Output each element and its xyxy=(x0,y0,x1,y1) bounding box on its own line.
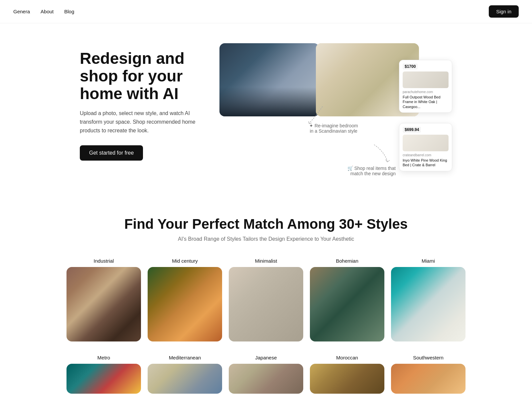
style-label-southwestern: Southwestern xyxy=(391,355,466,360)
shop-arrow xyxy=(367,141,394,165)
style-item-mediterranean[interactable]: Mediterranean xyxy=(148,355,222,394)
product-2-source: crateandbarrel.com xyxy=(403,153,449,157)
hero-section: Redesign and shop for your home with AI … xyxy=(66,23,466,196)
hero-text-block: Redesign and shop for your home with AI … xyxy=(80,43,206,161)
style-label-mediterranean: Mediterranean xyxy=(148,355,222,360)
style-label-metro: Metro xyxy=(66,355,141,360)
styles-subtitle: AI's Broad Range of Styles Tailors the D… xyxy=(13,236,519,242)
style-item-southwestern[interactable]: Southwestern xyxy=(391,355,466,394)
style-label-bohemian: Bohemian xyxy=(310,258,384,264)
product-1-name: Full Outpost Wood Bed Frame in White Oak… xyxy=(403,95,449,109)
product-1-source: parachutehome.com xyxy=(403,90,449,94)
style-img-miami xyxy=(391,267,466,341)
style-img-industrial xyxy=(66,267,141,341)
style-img-minimalist xyxy=(229,267,303,341)
style-img-mediterranean xyxy=(148,364,222,394)
hero-title: Redesign and shop for your home with AI xyxy=(80,50,206,102)
style-label-japanese: Japanese xyxy=(229,355,303,360)
style-item-bohemian[interactable]: Bohemian xyxy=(310,258,384,341)
product-2-thumbnail xyxy=(403,135,449,151)
signin-button[interactable]: Sign in xyxy=(489,5,519,18)
style-item-minimalist[interactable]: Minimalist xyxy=(229,258,303,341)
shop-label: 🛒 Shop real items that match the new des… xyxy=(347,166,396,176)
style-item-midcentury[interactable]: Mid century xyxy=(148,258,222,341)
style-label-midcentury: Mid century xyxy=(148,258,222,264)
style-img-japanese xyxy=(229,364,303,394)
nav-about[interactable]: About xyxy=(41,9,54,14)
reimagine-label: ✦ Re-imagine bedroom in a Scandinavian s… xyxy=(309,123,358,134)
styles-grid-row1: Industrial Mid century Minimalist Bohemi… xyxy=(66,258,466,341)
product-card-2[interactable]: $699.94 crateandbarrel.com Inyo White Pi… xyxy=(399,123,452,171)
product-2-price: $699.94 xyxy=(403,127,421,133)
style-img-moroccan xyxy=(310,364,384,394)
nav-links: Genera About Blog xyxy=(13,9,489,14)
style-img-bohemian xyxy=(310,267,384,341)
style-item-japanese[interactable]: Japanese xyxy=(229,355,303,394)
cart-icon: 🛒 xyxy=(347,166,353,171)
style-label-minimalist: Minimalist xyxy=(229,258,303,264)
get-started-button[interactable]: Get started for free xyxy=(80,145,143,161)
style-item-miami[interactable]: Miami xyxy=(391,258,466,341)
product-1-price: $1700 xyxy=(403,64,418,69)
product-1-thumbnail xyxy=(403,71,449,88)
style-img-midcentury xyxy=(148,267,222,341)
nav-genera[interactable]: Genera xyxy=(13,9,30,14)
hero-subtitle: Upload a photo, select new style, and wa… xyxy=(80,109,206,135)
styles-title: Find Your Perfect Match Among 30+ Styles xyxy=(13,216,519,232)
style-item-moroccan[interactable]: Moroccan xyxy=(310,355,384,394)
product-2-name: Inyo White Pine Wood King Bed | Crate & … xyxy=(403,158,449,168)
styles-grid-row2: Metro Mediterranean Japanese Moroccan So… xyxy=(66,355,466,394)
style-item-industrial[interactable]: Industrial xyxy=(66,258,141,341)
navbar: Genera About Blog Sign in xyxy=(0,0,532,23)
style-img-metro xyxy=(66,364,141,394)
style-label-moroccan: Moroccan xyxy=(310,355,384,360)
nav-blog[interactable]: Blog xyxy=(64,9,74,14)
style-label-industrial: Industrial xyxy=(66,258,141,264)
styles-section: Find Your Perfect Match Among 30+ Styles… xyxy=(0,196,532,399)
style-item-metro[interactable]: Metro xyxy=(66,355,141,394)
style-img-southwestern xyxy=(391,364,466,394)
style-label-miami: Miami xyxy=(391,258,466,264)
hero-images: ✦ Re-imagine bedroom in a Scandinavian s… xyxy=(219,43,452,183)
product-card-1[interactable]: $1700 parachutehome.com Full Outpost Woo… xyxy=(399,60,452,113)
sparkle-icon: ✦ xyxy=(309,123,313,128)
